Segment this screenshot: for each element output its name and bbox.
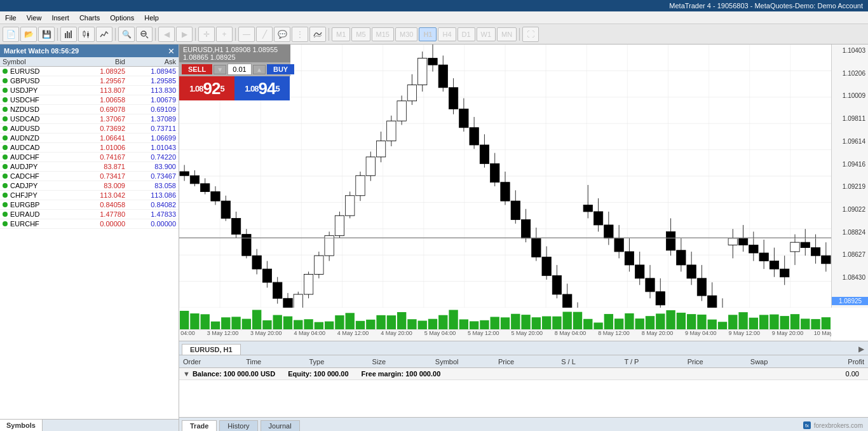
toolbar-zoom-in[interactable]: 🔍: [118, 27, 135, 42]
toolbar-draw[interactable]: +: [216, 27, 233, 42]
market-watch-row[interactable]: AUDUSD 0.73692 0.73711: [0, 124, 179, 133]
toolbar-grid[interactable]: ⋮: [292, 27, 308, 42]
title-text: MetaTrader 4 - 19056803 - MetaQuotes-Dem…: [669, 2, 863, 10]
menu-help[interactable]: Help: [139, 11, 164, 24]
tf-m5[interactable]: M5: [351, 27, 370, 41]
market-watch-row[interactable]: AUDJPY 83.871 83.900: [0, 162, 179, 172]
market-watch-row[interactable]: AUDCAD 1.01006 1.01043: [0, 143, 179, 153]
symbol-ask: 0.73711: [125, 125, 176, 132]
buy-price-super: 5: [276, 84, 280, 93]
toolbar-bar-chart[interactable]: [60, 27, 77, 42]
lot-increase-arrow[interactable]: ▲: [253, 65, 266, 74]
current-price-indicator: 1.08925: [832, 297, 868, 305]
toolbar-zoom-out[interactable]: [136, 27, 153, 42]
toolbar-indicators[interactable]: [309, 27, 326, 42]
toolbar-sep6: [329, 28, 329, 41]
market-watch-row[interactable]: AUDNZD 1.06641 1.06699: [0, 133, 179, 143]
svg-rect-176: [273, 315, 282, 329]
market-watch-title: Market Watch 08:56:29: [4, 47, 79, 55]
market-watch-row[interactable]: USDCHF 1.00658 1.00679: [0, 95, 179, 105]
svg-rect-42: [180, 172, 189, 175]
terminal-col-symbol: Symbol: [435, 358, 498, 366]
market-watch-row[interactable]: CADCHF 0.73417 0.73467: [0, 172, 179, 181]
buy-price-display[interactable]: 1.08945: [234, 76, 290, 100]
svg-rect-56: [252, 256, 261, 269]
toolbar-text[interactable]: 💬: [274, 27, 290, 42]
toolbar-open[interactable]: 📂: [20, 27, 37, 42]
menu-file[interactable]: File: [0, 11, 22, 24]
svg-rect-174: [252, 310, 261, 329]
price-label-6: 1.09219: [832, 183, 868, 190]
svg-rect-122: [593, 212, 602, 225]
toolbar-line-chart[interactable]: [96, 27, 112, 42]
symbol-bid: 1.01006: [74, 144, 125, 151]
chart-main[interactable]: EURUSD,H1 1.08908 1.08955 1.08865 1.0892…: [179, 44, 868, 341]
market-watch-row[interactable]: CHFJPY 113.042 113.086: [0, 191, 179, 200]
tf-m15[interactable]: M15: [372, 27, 394, 41]
market-watch-row[interactable]: EURUSD 1.08925 1.08945: [0, 67, 179, 76]
symbol-ask: 0.00000: [125, 220, 176, 228]
terminal-tab-history[interactable]: History: [219, 420, 257, 431]
tab-symbols[interactable]: Symbols: [0, 420, 43, 431]
svg-rect-226: [790, 314, 799, 329]
symbol-bid: 1.47780: [74, 210, 125, 218]
menu-options[interactable]: Options: [105, 11, 139, 24]
market-watch-row[interactable]: AUDCHF 0.74167 0.74220: [0, 153, 179, 162]
menu-insert[interactable]: Insert: [46, 11, 74, 24]
forexbrokers-logo: fx forexbrokers.com: [797, 420, 868, 431]
menu-view[interactable]: View: [22, 11, 47, 24]
toolbar-hline[interactable]: —: [238, 27, 255, 42]
market-watch-row[interactable]: GBPUSD 1.29567 1.29585: [0, 76, 179, 86]
svg-rect-134: [656, 292, 665, 305]
terminal-balance: Balance: 100 000.00 USD: [193, 370, 275, 378]
market-watch-row[interactable]: EURGBP 0.84058 0.84082: [0, 200, 179, 210]
symbol-dot: [3, 135, 8, 140]
market-watch-row[interactable]: USDJPY 113.807 113.830: [0, 86, 179, 95]
tf-d1[interactable]: D1: [458, 27, 475, 41]
tf-h4[interactable]: H4: [438, 27, 456, 41]
terminal-tab-journal[interactable]: Journal: [261, 420, 300, 431]
toolbar-scroll-right[interactable]: ▶: [176, 27, 193, 42]
toolbar-tline[interactable]: ╱: [256, 27, 273, 42]
symbol-name: CADCHF: [10, 172, 74, 180]
trade-widget-prices: 1.08925 1.08945: [179, 76, 290, 100]
svg-rect-181: [325, 322, 334, 329]
symbol-name: GBPUSD: [10, 77, 74, 85]
market-watch-row[interactable]: CADJPY 83.009 83.058: [0, 181, 179, 191]
chart-tab-scroll-right[interactable]: ▶: [855, 343, 868, 355]
svg-rect-180: [315, 322, 323, 329]
toolbar-save[interactable]: 💾: [38, 27, 55, 42]
svg-rect-171: [221, 317, 230, 329]
market-watch-row[interactable]: EURAUD 1.47780 1.47833: [0, 210, 179, 219]
tf-mn[interactable]: MN: [497, 27, 517, 41]
title-bar: MetaTrader 4 - 19056803 - MetaQuotes-Dem…: [0, 0, 868, 11]
tf-h1[interactable]: H1: [419, 27, 437, 41]
terminal-col-time: Time: [246, 358, 309, 366]
toolbar-scroll-left[interactable]: ◀: [158, 27, 175, 42]
market-watch-row[interactable]: NZDUSD 0.69078 0.69109: [0, 105, 179, 114]
menu-charts[interactable]: Charts: [74, 11, 105, 24]
toolbar-candle-chart[interactable]: [78, 27, 95, 42]
time-axis-label: 4 May 20:00: [381, 330, 412, 336]
svg-rect-106: [511, 201, 520, 219]
tf-m1[interactable]: M1: [332, 27, 350, 41]
toolbar-new[interactable]: 📄: [3, 27, 19, 42]
forexbrokers-text: forexbrokers.com: [814, 422, 863, 429]
tf-m30[interactable]: M30: [395, 27, 417, 41]
terminal-tab-trade[interactable]: Trade: [182, 420, 217, 431]
sell-price-display[interactable]: 1.08925: [179, 76, 234, 100]
svg-rect-66: [304, 275, 313, 294]
tf-w1[interactable]: W1: [477, 27, 496, 41]
market-watch-close[interactable]: ✕: [168, 46, 175, 56]
market-watch-row[interactable]: EURCHF 0.00000 0.00000: [0, 219, 179, 229]
toolbar-fullscreen[interactable]: ⛶: [522, 27, 539, 42]
market-watch-row[interactable]: USDCAD 1.37067 1.37089: [0, 114, 179, 124]
chart-tab-eurusd-h1[interactable]: EURUSD, H1: [182, 344, 241, 355]
svg-rect-208: [604, 314, 613, 329]
lot-decrease-arrow[interactable]: ▼: [214, 65, 226, 74]
summary-toggle-icon: ▼: [183, 370, 190, 378]
buy-button[interactable]: BUY: [267, 64, 294, 74]
sell-button[interactable]: SELL: [182, 64, 212, 74]
svg-rect-207: [593, 322, 602, 329]
toolbar-crosshair[interactable]: ✛: [198, 27, 215, 42]
